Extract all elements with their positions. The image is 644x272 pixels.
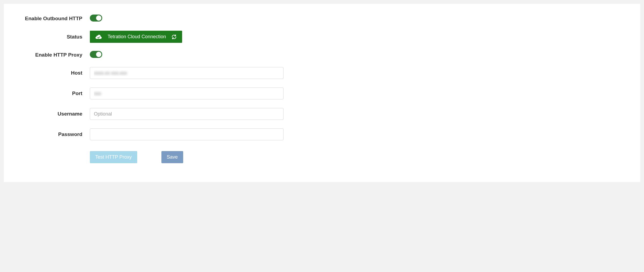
row-username: Username — [20, 108, 624, 120]
label-enable-http-proxy: Enable HTTP Proxy — [20, 52, 90, 58]
refresh-icon[interactable] — [171, 34, 177, 40]
status-text: Tetration Cloud Connection — [108, 34, 166, 40]
label-port: Port — [20, 90, 90, 96]
row-status: Status Tetration Cloud Connection — [20, 31, 624, 43]
toggle-knob — [96, 52, 101, 57]
label-password: Password — [20, 131, 90, 137]
row-password: Password — [20, 128, 624, 140]
toggle-enable-http-proxy[interactable] — [90, 51, 102, 58]
host-input[interactable] — [90, 67, 284, 79]
save-button[interactable]: Save — [161, 151, 183, 163]
label-enable-outbound-http: Enable Outbound HTTP — [20, 16, 90, 22]
row-enable-outbound-http: Enable Outbound HTTP — [20, 15, 624, 23]
row-buttons: Test HTTP Proxy Save — [20, 149, 624, 163]
label-status: Status — [20, 34, 90, 40]
row-enable-http-proxy: Enable HTTP Proxy — [20, 51, 624, 59]
row-port: Port — [20, 88, 624, 99]
label-username: Username — [20, 111, 90, 117]
status-badge: Tetration Cloud Connection — [90, 31, 182, 43]
toggle-knob — [96, 15, 101, 21]
cloud-check-icon — [95, 34, 102, 40]
username-input[interactable] — [90, 108, 284, 120]
settings-panel: Enable Outbound HTTP Status Tetration Cl… — [4, 4, 640, 182]
port-input[interactable] — [90, 88, 284, 99]
row-host: Host — [20, 67, 624, 79]
test-http-proxy-button[interactable]: Test HTTP Proxy — [90, 151, 137, 163]
password-input[interactable] — [90, 128, 284, 140]
toggle-enable-outbound-http[interactable] — [90, 15, 102, 22]
label-host: Host — [20, 70, 90, 76]
